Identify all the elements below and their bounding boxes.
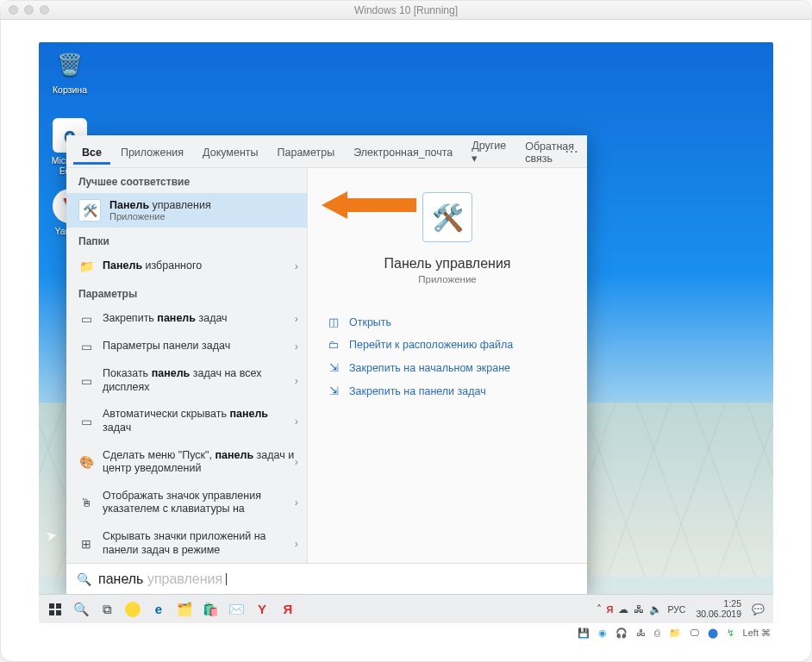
- action-open[interactable]: ◫ Открыть: [308, 310, 587, 334]
- desktop-icon-recycle[interactable]: 🗑️ Корзина: [44, 47, 96, 95]
- taskbar-app-store[interactable]: 🛍️: [197, 596, 223, 622]
- svg-rect-3: [49, 610, 54, 615]
- action-pin-start[interactable]: ⇲ Закрепить на начальном экране: [308, 356, 587, 379]
- vm-screen: 🗑️ Корзина e Microsoft Edge Y Yandex ➤ В…: [39, 42, 773, 623]
- action-label: Закрепить на начальном экране: [349, 362, 510, 374]
- taskbar-search-button[interactable]: 🔍: [68, 596, 94, 622]
- vm-disk-icon[interactable]: 💾: [575, 628, 592, 639]
- open-icon: ◫: [327, 315, 340, 328]
- chevron-right-icon: ›: [295, 375, 298, 387]
- tab-more[interactable]: Другие ▾: [463, 132, 515, 171]
- taskbar-icon: ▭: [78, 374, 94, 388]
- tray-chevron-up-icon[interactable]: ˄: [597, 603, 602, 615]
- vm-audio-icon[interactable]: 🎧: [613, 628, 630, 639]
- action-label: Открыть: [349, 316, 391, 328]
- taskbar-app-yandex-browser[interactable]: Y: [249, 596, 275, 622]
- taskbar-icon: ▭: [78, 415, 94, 428]
- tray-language[interactable]: РУС: [667, 604, 685, 615]
- taskbar-icon: ▭: [78, 340, 94, 353]
- search-tabs: Все Приложения Документы Параметры Элект…: [66, 135, 587, 168]
- windows-logo-icon: [48, 603, 62, 616]
- action-center-icon[interactable]: 💬: [752, 603, 765, 615]
- tab-all[interactable]: Все: [73, 139, 110, 165]
- vm-display-icon[interactable]: 🖵: [687, 628, 702, 638]
- taskbar-app-explorer[interactable]: 🗂️: [172, 596, 197, 622]
- action-pin-taskbar[interactable]: ⇲ Закрепить на панели задач: [308, 379, 587, 403]
- setting-result[interactable]: ▭ Показать панель задач на всех дисплеях…: [66, 360, 307, 401]
- action-open-location[interactable]: 🗀 Перейти к расположению файла: [308, 334, 587, 356]
- result-details-pane: 🛠️ Панель управления Приложение ◫ Открыт…: [308, 168, 587, 563]
- svg-rect-1: [49, 603, 54, 609]
- setting-result[interactable]: ⊞ Скрывать значки приложений на панели з…: [66, 523, 307, 563]
- control-panel-icon: 🛠️: [78, 199, 101, 222]
- system-tray[interactable]: ˄ Я ☁ 🖧 🔈 РУС 1:25 30.06.2019 💬: [597, 599, 771, 618]
- taskbar-app-yandex-search[interactable]: Я: [275, 596, 301, 622]
- details-subtitle: Приложение: [418, 274, 476, 284]
- setting-result[interactable]: 🎨 Сделать меню "Пуск", панель задач и це…: [66, 442, 307, 483]
- setting-label: Закрепить панель задач: [103, 312, 295, 326]
- svg-rect-4: [56, 610, 61, 615]
- setting-label: Скрывать значки приложений на панели зад…: [103, 530, 295, 557]
- setting-result[interactable]: ▭ Параметры панели задач ›: [66, 333, 307, 360]
- pin-icon: ⇲: [327, 384, 340, 397]
- tray-volume-icon[interactable]: 🔈: [649, 603, 662, 615]
- svg-rect-2: [56, 603, 61, 609]
- search-typed-text: панель: [98, 571, 143, 586]
- vm-optical-icon[interactable]: ◉: [596, 628, 609, 639]
- tab-docs[interactable]: Документы: [194, 139, 266, 165]
- section-folders: Папки: [66, 228, 307, 253]
- chevron-right-icon: ›: [295, 538, 298, 550]
- vm-usb-icon[interactable]: ⎙: [652, 628, 663, 638]
- vm-network-icon[interactable]: 🖧: [634, 628, 648, 638]
- best-match-subtitle: Приложение: [109, 211, 211, 222]
- folder-result[interactable]: 📁 Панель избранного ›: [66, 253, 307, 280]
- clock-date: 30.06.2019: [696, 609, 741, 619]
- tabs-overflow-icon[interactable]: ⋯: [565, 143, 578, 159]
- search-icon: 🔍: [77, 572, 91, 586]
- chevron-right-icon: ›: [295, 496, 298, 509]
- vm-host-key: Left ⌘: [740, 628, 773, 639]
- search-bar[interactable]: 🔍 панель управления: [66, 563, 587, 594]
- max-dot[interactable]: [40, 5, 49, 15]
- close-dot[interactable]: [9, 5, 18, 15]
- taskbar-app-mail[interactable]: ✉️: [223, 596, 249, 622]
- vm-shared-folder-icon[interactable]: 📁: [666, 628, 684, 639]
- taskbar-clock[interactable]: 1:25 30.06.2019: [690, 599, 746, 618]
- min-dot[interactable]: [24, 5, 34, 15]
- grid-icon: ⊞: [78, 537, 94, 551]
- tray-yandex-icon[interactable]: Я: [607, 604, 614, 615]
- clock-time: 1:25: [724, 599, 741, 609]
- setting-result[interactable]: 🖱 Отображать значок управления указателе…: [66, 483, 307, 523]
- best-match-title: Панель управления: [109, 199, 211, 211]
- control-panel-large-icon: 🛠️: [422, 192, 472, 242]
- chevron-right-icon: ›: [295, 456, 298, 468]
- folder-open-icon: 🗀: [327, 339, 340, 351]
- vm-capture-icon[interactable]: ↯: [724, 628, 737, 639]
- tray-network-icon[interactable]: 🖧: [634, 603, 644, 615]
- setting-label: Параметры панели задач: [103, 340, 295, 353]
- tab-settings[interactable]: Параметры: [269, 139, 344, 165]
- mouse-icon: 🖱: [78, 496, 94, 509]
- palette-icon: 🎨: [78, 455, 94, 469]
- vm-recording-icon[interactable]: ⬤: [705, 628, 721, 639]
- folder-icon: 📁: [78, 259, 94, 273]
- action-label: Перейти к расположению файла: [349, 339, 513, 351]
- taskbar-app-edge[interactable]: e: [146, 596, 172, 622]
- chevron-right-icon: ›: [295, 415, 298, 428]
- setting-result[interactable]: ▭ Автоматически скрывать панель задач ›: [66, 401, 307, 441]
- taskbar-app-yandex[interactable]: [120, 596, 146, 622]
- text-caret: [226, 573, 227, 585]
- tab-email[interactable]: Электронная_почта: [345, 139, 461, 165]
- start-search-panel: Все Приложения Документы Параметры Элект…: [66, 135, 587, 594]
- best-match-item[interactable]: 🛠️ Панель управления Приложение: [66, 193, 307, 228]
- task-view-button[interactable]: ⧉: [94, 596, 120, 622]
- taskbar: 🔍 ⧉ e 🗂️ 🛍️ ✉️ Y Я ˄ Я ☁ 🖧 🔈 РУС 1:25 30…: [39, 594, 773, 623]
- pin-icon: ⇲: [327, 361, 340, 374]
- setting-result[interactable]: ▭ Закрепить панель задач ›: [66, 305, 307, 333]
- search-autocomplete-ghost: управления: [143, 571, 222, 586]
- traffic-lights[interactable]: [9, 5, 49, 15]
- start-button[interactable]: [42, 596, 68, 622]
- section-params: Параметры: [66, 280, 307, 305]
- tray-onedrive-icon[interactable]: ☁: [618, 603, 628, 615]
- tab-apps[interactable]: Приложения: [112, 139, 192, 165]
